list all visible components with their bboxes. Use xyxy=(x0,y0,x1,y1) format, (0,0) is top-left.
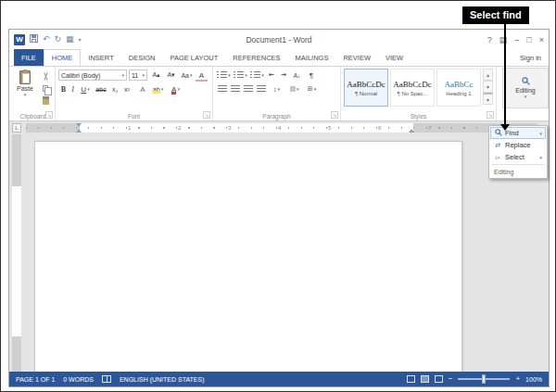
multilevel-caret-icon[interactable]: ▾ xyxy=(261,73,264,78)
subscript-button[interactable]: x₂ xyxy=(109,83,120,95)
sign-in-link[interactable]: Sign in xyxy=(520,49,541,66)
tab-selector-button[interactable]: L xyxy=(12,123,21,133)
minimize-button[interactable]: – xyxy=(514,35,519,44)
tab-references[interactable]: REFERENCES xyxy=(225,49,287,66)
zoom-level[interactable]: 100% xyxy=(525,376,542,383)
tab-insert[interactable]: INSERT xyxy=(81,49,120,66)
styles-scroll-down-button[interactable]: ▾ xyxy=(483,81,493,93)
vertical-ruler[interactable] xyxy=(12,134,21,372)
align-center-button[interactable] xyxy=(229,83,241,95)
restore-button[interactable]: □ xyxy=(526,35,531,44)
align-left-button[interactable] xyxy=(216,83,228,95)
editing-group-button[interactable]: Editing ▾ xyxy=(502,68,549,108)
zoom-in-button[interactable]: + xyxy=(515,375,520,383)
zoom-out-button[interactable]: − xyxy=(449,375,453,383)
numbering-caret-icon[interactable]: ▾ xyxy=(245,73,247,78)
menu-item-find[interactable]: Find ▾ xyxy=(490,127,546,139)
help-button[interactable]: ? xyxy=(487,35,492,44)
tab-review[interactable]: REVIEW xyxy=(335,49,378,66)
font-name-caret-icon[interactable]: ▾ xyxy=(121,73,124,78)
tab-home[interactable]: HOME xyxy=(44,49,82,66)
styles-scroll-up-button[interactable]: ▴ xyxy=(483,69,493,81)
italic-button[interactable]: I xyxy=(69,83,77,95)
find-caret-icon[interactable]: ▾ xyxy=(539,131,542,136)
change-case-button[interactable]: Aa ▾ xyxy=(179,70,195,81)
clipboard-dialog-launcher[interactable]: ↘ xyxy=(45,111,53,119)
tab-file[interactable]: FILE xyxy=(14,49,44,66)
superscript-button[interactable]: x² xyxy=(121,83,133,95)
styles-dialog-launcher[interactable]: ↘ xyxy=(486,111,494,119)
word-count[interactable]: 0 WORDS xyxy=(63,376,94,383)
align-right-button[interactable] xyxy=(242,83,254,95)
zoom-slider-thumb[interactable] xyxy=(482,375,486,384)
qat-customize-caret-icon[interactable]: ▾ xyxy=(79,37,82,43)
select-caret-icon[interactable]: ▾ xyxy=(539,155,542,160)
page-indicator[interactable]: PAGE 1 OF 1 xyxy=(16,376,55,383)
style-heading-1[interactable]: AaBbCc Heading 1 xyxy=(436,69,481,107)
multilevel-list-button[interactable]: ▾ xyxy=(249,70,265,81)
sort-button[interactable]: A↓ xyxy=(290,70,304,81)
font-size-combo[interactable]: 11 ▾ xyxy=(129,70,147,81)
shading-caret-icon[interactable]: ▾ xyxy=(297,87,299,92)
justify-button[interactable] xyxy=(255,83,267,95)
save-icon[interactable] xyxy=(30,34,38,44)
shading-button[interactable]: ▨ ▾ xyxy=(286,83,302,95)
font-dialog-launcher[interactable]: ↘ xyxy=(203,111,210,119)
paste-button[interactable]: Paste ▾ xyxy=(13,69,37,108)
document-page[interactable] xyxy=(34,141,462,372)
font-color-caret-icon[interactable]: ▾ xyxy=(177,87,180,92)
language-indicator[interactable]: ENGLISH (UNITED STATES) xyxy=(120,376,205,383)
decrease-indent-button[interactable]: ⇤ xyxy=(266,70,277,81)
show-hide-pilcrow-button[interactable]: ¶ xyxy=(306,70,317,81)
zoom-slider[interactable] xyxy=(458,378,510,380)
highlight-color-button[interactable]: ab ▾ xyxy=(150,83,166,95)
document-area[interactable] xyxy=(9,134,549,372)
grid-icon[interactable]: ▦ xyxy=(66,35,74,44)
text-effects-button[interactable]: A xyxy=(137,83,148,95)
format-painter-button[interactable] xyxy=(39,95,52,106)
tab-page-layout[interactable]: PAGE LAYOUT xyxy=(162,49,225,66)
shrink-font-button[interactable]: A▾ xyxy=(164,70,178,81)
numbering-button[interactable]: ▾ xyxy=(233,70,248,81)
bold-button[interactable]: B xyxy=(58,83,69,95)
strikethrough-button[interactable]: abc xyxy=(94,83,108,95)
redo-icon[interactable]: ↻ xyxy=(55,35,62,44)
style-no-spacing[interactable]: AaBbCcDc ¶ No Spac... xyxy=(390,69,435,107)
print-layout-button[interactable] xyxy=(421,375,429,383)
tab-view[interactable]: VIEW xyxy=(378,49,411,66)
first-line-indent-marker[interactable] xyxy=(76,123,82,127)
line-spacing-caret-icon[interactable]: ▾ xyxy=(277,87,280,92)
borders-button[interactable]: ⊞ ▾ xyxy=(304,83,320,95)
increase-indent-button[interactable]: ⇥ xyxy=(278,70,289,81)
style-normal[interactable]: AaBbCcDc ¶ Normal xyxy=(344,69,388,107)
font-size-caret-icon[interactable]: ▾ xyxy=(142,73,145,78)
grow-font-button[interactable]: A▴ xyxy=(149,70,163,81)
tab-mailings[interactable]: MAILINGS xyxy=(288,49,336,66)
close-button[interactable]: × xyxy=(539,35,544,44)
web-layout-button[interactable] xyxy=(435,375,443,383)
proofing-status-icon[interactable] xyxy=(102,375,111,383)
paste-caret-icon[interactable]: ▾ xyxy=(24,93,27,97)
underline-button[interactable]: U ▾ xyxy=(78,83,93,95)
copy-button[interactable] xyxy=(39,82,52,94)
highlight-caret-icon[interactable]: ▾ xyxy=(161,87,164,92)
line-spacing-button[interactable]: ↕ ▾ xyxy=(269,83,284,95)
borders-caret-icon[interactable]: ▾ xyxy=(314,87,317,92)
clear-formatting-button[interactable]: A xyxy=(196,70,208,81)
read-mode-button[interactable] xyxy=(407,375,415,383)
right-indent-marker[interactable] xyxy=(409,129,414,133)
paragraph-dialog-launcher[interactable]: ↘ xyxy=(331,111,338,119)
menu-item-select[interactable]: ▻ Select ▾ xyxy=(490,151,546,163)
horizontal-ruler[interactable]: 1 2 3 4 5 6 7 xyxy=(26,123,537,133)
change-case-caret-icon[interactable]: ▾ xyxy=(190,73,193,78)
font-name-combo[interactable]: Calibri (Body) ▾ xyxy=(58,70,127,81)
bullets-caret-icon[interactable]: ▾ xyxy=(228,73,231,78)
styles-more-button[interactable]: ▾ xyxy=(483,93,493,105)
left-indent-marker[interactable] xyxy=(76,129,82,133)
tab-design[interactable]: DESIGN xyxy=(121,49,163,66)
underline-caret-icon[interactable]: ▾ xyxy=(87,87,90,92)
font-color-button[interactable]: A ▾ xyxy=(168,83,183,95)
cut-button[interactable] xyxy=(39,70,52,82)
menu-item-replace[interactable]: ⇄ Replace xyxy=(490,139,546,151)
bullets-button[interactable]: ▾ xyxy=(216,70,232,81)
